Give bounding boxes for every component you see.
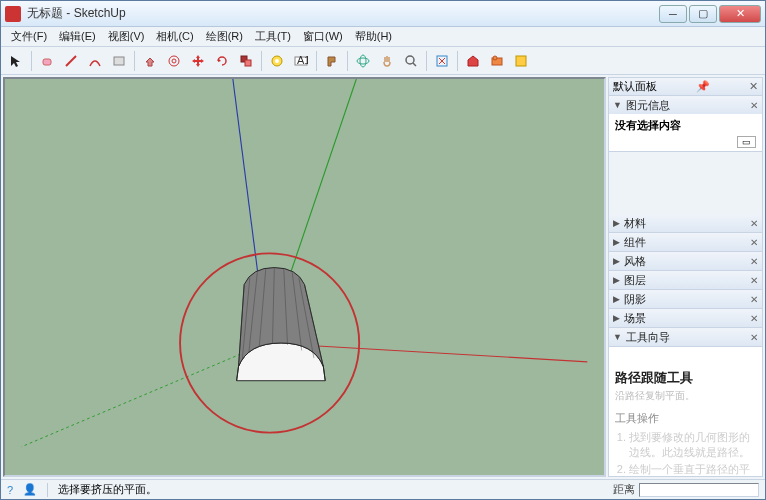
rotate-tool-icon[interactable] bbox=[211, 50, 233, 72]
separator bbox=[31, 51, 32, 71]
chevron-right-icon: ▶ bbox=[613, 256, 620, 266]
svg-rect-5 bbox=[245, 60, 251, 66]
move-tool-icon[interactable] bbox=[187, 50, 209, 72]
tray-spacer bbox=[609, 152, 762, 214]
tape-tool-icon[interactable] bbox=[266, 50, 288, 72]
panel-close-icon[interactable]: ✕ bbox=[750, 218, 758, 229]
scene-svg bbox=[5, 79, 604, 475]
pushpull-tool-icon[interactable] bbox=[139, 50, 161, 72]
pan-tool-icon[interactable] bbox=[376, 50, 398, 72]
tray-pin-icon[interactable]: 📌 bbox=[696, 80, 710, 93]
svg-point-12 bbox=[406, 56, 414, 64]
svg-point-10 bbox=[357, 58, 369, 64]
scale-tool-icon[interactable] bbox=[235, 50, 257, 72]
menu-view[interactable]: 视图(V) bbox=[102, 27, 151, 46]
app-icon bbox=[5, 6, 21, 22]
titlebar[interactable]: 无标题 - SketchUp ─ ▢ ✕ bbox=[1, 1, 765, 27]
panel-header-entity[interactable]: ▼ 图元信息 ✕ bbox=[609, 96, 762, 114]
panel-title: 风格 bbox=[624, 254, 746, 269]
window-controls: ─ ▢ ✕ bbox=[659, 5, 761, 23]
svg-point-2 bbox=[169, 56, 179, 66]
panel-header-styles[interactable]: ▶风格✕ bbox=[609, 252, 762, 270]
select-tool-icon[interactable] bbox=[5, 50, 27, 72]
menu-file[interactable]: 文件(F) bbox=[5, 27, 53, 46]
instructor-steps: 找到要修改的几何图形的边线。此边线就是路径。 绘制一个垂直于路径的平面。 点击“… bbox=[615, 430, 756, 476]
instructor-tool-name: 路径跟随工具 bbox=[615, 369, 756, 387]
panel-close-icon[interactable]: ✕ bbox=[750, 275, 758, 286]
panel-header-components[interactable]: ▶组件✕ bbox=[609, 233, 762, 251]
eraser-tool-icon[interactable] bbox=[36, 50, 58, 72]
panel-header-shadows[interactable]: ▶阴影✕ bbox=[609, 290, 762, 308]
panel-close-icon[interactable]: ✕ bbox=[750, 332, 758, 343]
menu-edit[interactable]: 编辑(E) bbox=[53, 27, 102, 46]
extension-icon[interactable] bbox=[486, 50, 508, 72]
panel-close-icon[interactable]: ✕ bbox=[750, 313, 758, 324]
svg-text:A1: A1 bbox=[297, 54, 308, 66]
close-button[interactable]: ✕ bbox=[719, 5, 761, 23]
list-item: 找到要修改的几何图形的边线。此边线就是路径。 bbox=[629, 430, 756, 461]
orbit-tool-icon[interactable] bbox=[352, 50, 374, 72]
offset-tool-icon[interactable] bbox=[163, 50, 185, 72]
panel-close-icon[interactable]: ✕ bbox=[750, 100, 758, 111]
panel-entity-info: ▼ 图元信息 ✕ 没有选择内容 ▭ bbox=[609, 96, 762, 152]
tray-header[interactable]: 默认面板 📌 ✕ bbox=[609, 78, 762, 96]
menu-tools[interactable]: 工具(T) bbox=[249, 27, 297, 46]
panel-title: 工具向导 bbox=[626, 330, 746, 345]
separator bbox=[426, 51, 427, 71]
chevron-right-icon: ▶ bbox=[613, 294, 620, 304]
zoom-tool-icon[interactable] bbox=[400, 50, 422, 72]
paint-tool-icon[interactable] bbox=[321, 50, 343, 72]
panel-header-scenes[interactable]: ▶场景✕ bbox=[609, 309, 762, 327]
menu-help[interactable]: 帮助(H) bbox=[349, 27, 398, 46]
panel-close-icon[interactable]: ✕ bbox=[750, 237, 758, 248]
side-tray: 默认面板 📌 ✕ ▼ 图元信息 ✕ 没有选择内容 ▭ ▶材料✕ ▶组件✕ ▶风格… bbox=[608, 77, 763, 477]
menu-camera[interactable]: 相机(C) bbox=[150, 27, 199, 46]
svg-point-15 bbox=[493, 56, 497, 60]
measurement-value[interactable] bbox=[639, 483, 759, 497]
help-icon[interactable]: ? bbox=[7, 484, 13, 496]
chevron-right-icon: ▶ bbox=[613, 237, 620, 247]
shape-tool-icon[interactable] bbox=[108, 50, 130, 72]
menu-draw[interactable]: 绘图(R) bbox=[200, 27, 249, 46]
zoom-extents-icon[interactable] bbox=[431, 50, 453, 72]
panel-header-instructor[interactable]: ▼工具向导✕ bbox=[609, 328, 762, 346]
panel-header-materials[interactable]: ▶材料✕ bbox=[609, 214, 762, 232]
warehouse-icon[interactable] bbox=[462, 50, 484, 72]
svg-rect-0 bbox=[43, 59, 51, 65]
separator bbox=[47, 483, 48, 497]
viewport-3d[interactable] bbox=[3, 77, 606, 477]
line-tool-icon[interactable] bbox=[60, 50, 82, 72]
user-icon[interactable]: 👤 bbox=[23, 483, 37, 496]
chevron-right-icon: ▶ bbox=[613, 313, 620, 323]
menubar: 文件(F) 编辑(E) 视图(V) 相机(C) 绘图(R) 工具(T) 窗口(W… bbox=[1, 27, 765, 47]
toolbar: A1 bbox=[1, 47, 765, 75]
svg-point-3 bbox=[172, 59, 176, 63]
separator bbox=[347, 51, 348, 71]
extruded-shape bbox=[237, 268, 326, 381]
minimize-button[interactable]: ─ bbox=[659, 5, 687, 23]
panel-close-icon[interactable]: ✕ bbox=[750, 256, 758, 267]
chevron-right-icon: ▶ bbox=[613, 275, 620, 285]
panel-header-layers[interactable]: ▶图层✕ bbox=[609, 271, 762, 289]
separator bbox=[457, 51, 458, 71]
statusbar: ? 👤 选择要挤压的平面。 距离 bbox=[1, 479, 765, 499]
client-area: 默认面板 📌 ✕ ▼ 图元信息 ✕ 没有选择内容 ▭ ▶材料✕ ▶组件✕ ▶风格… bbox=[1, 75, 765, 479]
arc-tool-icon[interactable] bbox=[84, 50, 106, 72]
panel-close-icon[interactable]: ✕ bbox=[750, 294, 758, 305]
entity-detail-icon[interactable]: ▭ bbox=[737, 136, 756, 148]
instructor-body: 路径跟随工具 沿路径复制平面。 工具操作 找到要修改的几何图形的边线。此边线就是… bbox=[609, 347, 762, 476]
measurement-label: 距离 bbox=[613, 482, 635, 497]
instructor-subtitle: 沿路径复制平面。 bbox=[615, 389, 756, 403]
panel-title: 组件 bbox=[624, 235, 746, 250]
panel-title: 图层 bbox=[624, 273, 746, 288]
layout-icon[interactable] bbox=[510, 50, 532, 72]
chevron-right-icon: ▶ bbox=[613, 218, 620, 228]
measurement-field: 距离 bbox=[613, 482, 759, 497]
panel-title: 材料 bbox=[624, 216, 746, 231]
tray-close-icon[interactable]: ✕ bbox=[749, 80, 758, 93]
separator bbox=[316, 51, 317, 71]
maximize-button[interactable]: ▢ bbox=[689, 5, 717, 23]
text-tool-icon[interactable]: A1 bbox=[290, 50, 312, 72]
menu-window[interactable]: 窗口(W) bbox=[297, 27, 349, 46]
separator bbox=[261, 51, 262, 71]
